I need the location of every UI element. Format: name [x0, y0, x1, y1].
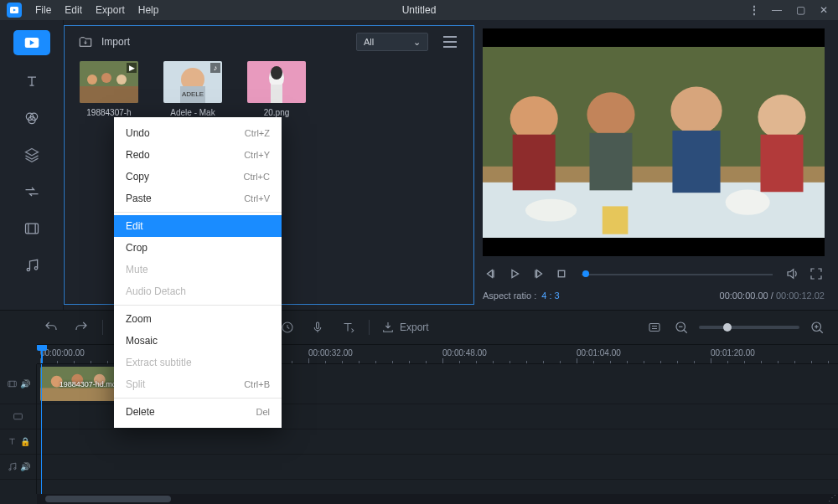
- zoom-fit-button[interactable]: [645, 318, 664, 337]
- svg-point-71: [13, 468, 15, 470]
- undo-button[interactable]: [42, 318, 60, 337]
- ruler-mark: 00:00:00.00: [40, 348, 85, 357]
- media-item-label: 20.png: [245, 108, 308, 117]
- export-button[interactable]: Export: [381, 321, 429, 334]
- svg-point-39: [726, 189, 770, 214]
- svg-point-31: [510, 96, 558, 141]
- svg-point-10: [27, 268, 29, 270]
- left-sidebar: [0, 20, 64, 310]
- playhead-line[interactable]: [41, 364, 42, 494]
- playhead[interactable]: [41, 345, 43, 363]
- context-item-crop[interactable]: Crop: [114, 237, 282, 259]
- context-item-undo[interactable]: UndoCtrl+Z: [114, 122, 282, 144]
- svg-point-17: [87, 75, 97, 85]
- zoom-in-button[interactable]: [808, 318, 826, 337]
- menu-export[interactable]: Export: [89, 4, 132, 16]
- svg-rect-16: [80, 86, 138, 103]
- sidebar-transitions[interactable]: [7, 174, 57, 209]
- scrollbar-thumb[interactable]: [45, 496, 171, 502]
- svg-rect-66: [8, 381, 16, 387]
- media-filter-value: All: [364, 37, 374, 47]
- svg-point-26: [271, 66, 282, 80]
- sidebar-elements[interactable]: [7, 211, 57, 246]
- preview-seeker[interactable]: [582, 272, 773, 275]
- preview-controls: [483, 261, 825, 286]
- zoom-out-button[interactable]: [672, 318, 691, 337]
- text-tool-button[interactable]: [339, 318, 357, 337]
- track-label-text[interactable]: 🔒: [0, 429, 36, 455]
- audio-badge-icon: ♪: [210, 63, 220, 73]
- video-badge-icon: ▶: [127, 63, 137, 73]
- prev-frame-button[interactable]: [483, 265, 499, 282]
- fullscreen-button[interactable]: [808, 265, 825, 282]
- app-logo: [7, 3, 22, 18]
- track-row-text[interactable]: [37, 429, 838, 455]
- seek-handle[interactable]: [582, 270, 589, 277]
- context-item-mute: Mute: [114, 259, 282, 280]
- context-item-mosaic[interactable]: Mosaic: [114, 330, 282, 352]
- aspect-ratio-value[interactable]: 4 : 3: [541, 291, 559, 301]
- minimize-button[interactable]: —: [769, 3, 784, 18]
- svg-point-19: [116, 75, 127, 85]
- svg-rect-36: [672, 131, 720, 193]
- preview-image: [483, 47, 825, 238]
- sidebar-music[interactable]: [7, 248, 57, 283]
- media-item-label: 19884307-h: [77, 108, 141, 117]
- context-item-copy[interactable]: CopyCtrl+C: [114, 166, 282, 188]
- track-row-audio[interactable]: [37, 455, 838, 480]
- play-button[interactable]: [506, 265, 523, 282]
- track-label-audio[interactable]: 🔊: [0, 455, 36, 480]
- zoom-handle[interactable]: [723, 323, 732, 332]
- sidebar-overlays[interactable]: [7, 137, 57, 172]
- ruler-mark: 00:01:04.00: [577, 348, 621, 357]
- menu-help[interactable]: Help: [132, 4, 166, 16]
- media-item-label: Adele - Mak: [161, 108, 225, 117]
- next-frame-button[interactable]: [530, 265, 546, 282]
- maximize-button[interactable]: ▢: [793, 3, 808, 18]
- aspect-ratio-label: Aspect ratio :: [483, 291, 536, 301]
- voiceover-button[interactable]: [308, 318, 327, 337]
- svg-point-33: [587, 92, 634, 136]
- timeline-scrollbar[interactable]: [37, 494, 838, 504]
- svg-rect-32: [513, 134, 556, 190]
- context-menu: UndoCtrl+ZRedoCtrl+YCopyCtrl+CPasteCtrl+…: [114, 117, 282, 428]
- sidebar-filters[interactable]: [7, 100, 57, 136]
- svg-point-18: [101, 73, 111, 83]
- context-item-edit[interactable]: Edit: [114, 215, 282, 237]
- context-item-delete[interactable]: DeleteDel: [114, 401, 282, 423]
- svg-text:ADELE: ADELE: [182, 90, 204, 98]
- svg-rect-57: [317, 322, 319, 329]
- media-filter-select[interactable]: All ⌄: [356, 33, 428, 51]
- stop-button[interactable]: [553, 265, 570, 282]
- zoom-slider[interactable]: [699, 326, 799, 329]
- viewmode-button[interactable]: [440, 33, 460, 51]
- svg-line-65: [820, 330, 823, 333]
- track-label-video[interactable]: 🔊: [0, 364, 36, 404]
- more-icon[interactable]: ⋮: [749, 4, 761, 16]
- menu-edit[interactable]: Edit: [58, 4, 89, 16]
- context-item-paste[interactable]: PasteCtrl+V: [114, 188, 282, 209]
- context-item-redo[interactable]: RedoCtrl+Y: [114, 144, 282, 166]
- track-labels: 🔊 🔒 🔊: [0, 364, 37, 494]
- menu-file[interactable]: File: [28, 4, 58, 16]
- context-item-split: SplitCtrl+B: [114, 373, 282, 395]
- svg-rect-38: [761, 134, 804, 192]
- thumbnail-image: [247, 61, 306, 103]
- import-button[interactable]: Import: [78, 36, 130, 48]
- sidebar-text[interactable]: [7, 64, 57, 99]
- sidebar-media[interactable]: [13, 30, 50, 55]
- svg-rect-27: [271, 85, 282, 103]
- track-label-video2[interactable]: [0, 404, 36, 429]
- thumbnail-image: ADELE ♪: [163, 61, 222, 103]
- ruler-mark: 00:01:20.00: [711, 348, 755, 357]
- close-button[interactable]: ✕: [816, 3, 831, 18]
- svg-rect-12: [443, 36, 457, 38]
- volume-button[interactable]: [784, 265, 801, 282]
- svg-marker-45: [537, 270, 542, 278]
- svg-point-41: [525, 199, 577, 222]
- context-item-extract-subtitle: Extract subtitle: [114, 352, 282, 373]
- redo-button[interactable]: [72, 318, 91, 337]
- svg-rect-69: [14, 414, 23, 419]
- context-item-zoom[interactable]: Zoom: [114, 308, 282, 330]
- resize-grip[interactable]: ⋰: [828, 493, 836, 502]
